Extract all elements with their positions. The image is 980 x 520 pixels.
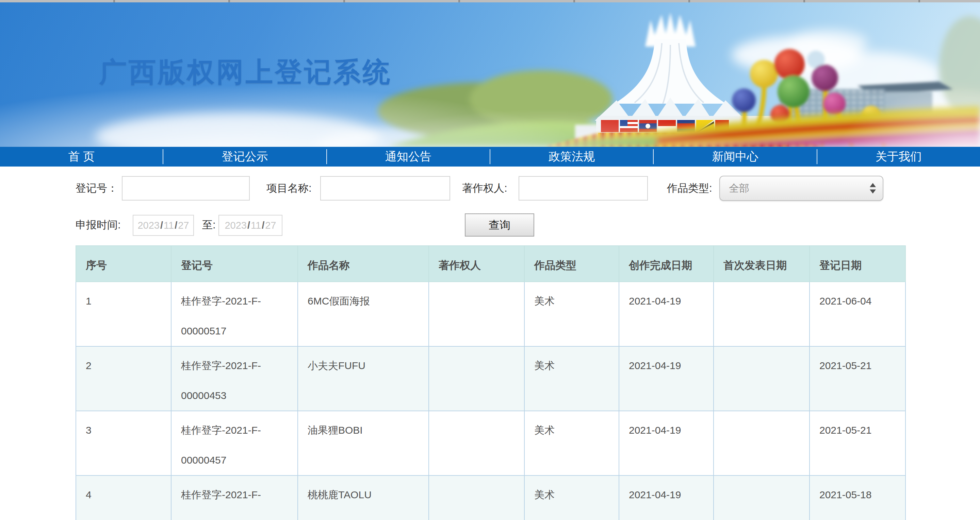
- cell: 6MC假面海报: [298, 282, 429, 346]
- column-header: 作品类型: [524, 246, 619, 282]
- nav-item-home[interactable]: 首 页: [0, 149, 163, 165]
- cell: [714, 346, 810, 411]
- browser-edge-strip: [0, 0, 980, 2]
- apply-time-label: 申报时间:: [76, 214, 121, 236]
- cell: 2021-06-04: [810, 282, 905, 346]
- cell: 2021-04-19: [619, 282, 714, 346]
- cell: [714, 411, 810, 476]
- main-nav: 首 页登记公示通知公告政策法规新闻中心关于我们: [0, 147, 980, 166]
- table-row: 2桂作登字-2021-F-00000453小夫夫FUFU美术2021-04-19…: [76, 346, 905, 411]
- nav-item-about[interactable]: 关于我们: [817, 149, 980, 165]
- column-header: 创作完成日期: [619, 246, 714, 282]
- table-row: 3桂作登字-2021-F-00000457油果狸BOBI美术2021-04-19…: [76, 411, 905, 476]
- site-banner: 广西版权网上登记系统: [0, 2, 980, 147]
- registration-no-label: 登记号：: [76, 176, 118, 201]
- cell: [429, 411, 524, 476]
- project-name-input[interactable]: [320, 176, 450, 201]
- nav-item-registration-publicity[interactable]: 登记公示: [163, 149, 326, 165]
- cell: 小夫夫FUFU: [298, 346, 429, 411]
- cell: 2021-05-18: [810, 476, 905, 520]
- date-from-input[interactable]: 2023/11/27: [133, 215, 194, 236]
- cell: 1: [76, 282, 171, 346]
- results-table: 序号登记号作品名称著作权人作品类型创作完成日期首次发表日期登记日期 1桂作登字-…: [76, 246, 906, 520]
- work-type-selected-value: 全部: [729, 182, 749, 194]
- cell: 美术: [524, 476, 619, 520]
- cell: 桂作登字-2021-F-00000443: [171, 476, 298, 520]
- page: 广西版权网上登记系统 首 页登记公示通知公告政策法规新闻中心关于我们 登记号： …: [0, 0, 980, 520]
- cell: 桂作登字-2021-F-00000517: [171, 282, 298, 346]
- cell: 油果狸BOBI: [298, 411, 429, 476]
- cell: 2: [76, 346, 171, 411]
- cell: 桃桃鹿TAOLU: [298, 476, 429, 520]
- cell: 2021-05-21: [810, 411, 905, 476]
- column-header: 登记号: [171, 246, 298, 282]
- nav-item-policies[interactable]: 政策法规: [490, 149, 653, 165]
- cell: 4: [76, 476, 171, 520]
- copyright-owner-input[interactable]: [519, 176, 648, 201]
- cell: 桂作登字-2021-F-00000457: [171, 411, 298, 476]
- nav-item-notices[interactable]: 通知公告: [327, 149, 490, 165]
- work-type-select[interactable]: 全部: [719, 176, 883, 201]
- table-row: 1桂作登字-2021-F-000005176MC假面海报美术2021-04-19…: [76, 282, 905, 346]
- project-name-label: 项目名称:: [266, 176, 312, 201]
- cell: 2021-05-21: [810, 346, 905, 411]
- cell: 美术: [524, 411, 619, 476]
- nav-item-news[interactable]: 新闻中心: [654, 149, 816, 165]
- cell: [429, 476, 524, 520]
- cell: [714, 282, 810, 346]
- cell: [429, 282, 524, 346]
- search-button[interactable]: 查询: [465, 214, 534, 236]
- column-header: 作品名称: [298, 246, 429, 282]
- cell: [429, 346, 524, 411]
- cell: 2021-04-19: [619, 476, 714, 520]
- registration-no-input[interactable]: [122, 176, 250, 201]
- column-header: 登记日期: [810, 246, 905, 282]
- copyright-owner-label: 著作权人:: [462, 176, 508, 201]
- table-header-row: 序号登记号作品名称著作权人作品类型创作完成日期首次发表日期登记日期: [76, 246, 905, 282]
- column-header: 序号: [76, 246, 171, 282]
- site-title: 广西版权网上登记系统: [99, 54, 392, 91]
- cell: 桂作登字-2021-F-00000453: [171, 346, 298, 411]
- column-header: 首次发表日期: [714, 246, 810, 282]
- table-body: 1桂作登字-2021-F-000005176MC假面海报美术2021-04-19…: [76, 282, 905, 520]
- to-label: 至:: [202, 214, 216, 236]
- table-row: 4桂作登字-2021-F-00000443桃桃鹿TAOLU美术2021-04-1…: [76, 476, 905, 520]
- work-type-label: 作品类型:: [667, 176, 712, 201]
- cell: 美术: [524, 282, 619, 346]
- cell: 3: [76, 411, 171, 476]
- cell: 2021-04-19: [619, 346, 714, 411]
- cell: [714, 476, 810, 520]
- date-to-input[interactable]: 2023/11/27: [218, 215, 282, 236]
- cell: 美术: [524, 346, 619, 411]
- select-spinner-icon: [870, 183, 876, 194]
- cell: 2021-04-19: [619, 411, 714, 476]
- column-header: 著作权人: [429, 246, 524, 282]
